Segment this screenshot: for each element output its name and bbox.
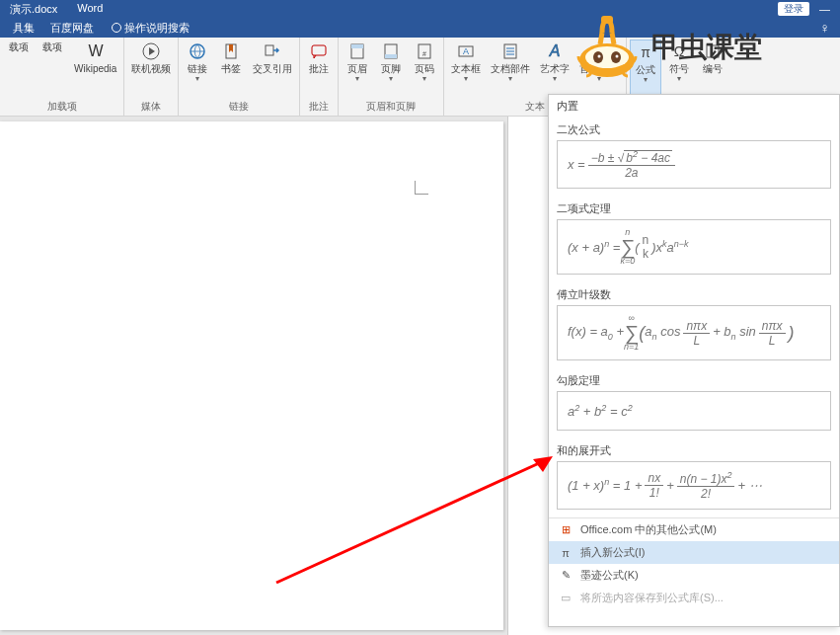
beetle-mascot-icon bbox=[573, 13, 642, 82]
link-icon bbox=[188, 41, 207, 61]
eq-quadratic[interactable]: x = −b ± √b2 − 4ac2a bbox=[557, 140, 831, 189]
group-label-media: 媒体 bbox=[127, 99, 175, 114]
crossref-button[interactable]: 交叉引用 bbox=[249, 40, 296, 99]
eq-section-title: 和的展开式 bbox=[557, 440, 831, 461]
link-button[interactable]: 链接 ▾ bbox=[182, 40, 213, 99]
group-comments: 批注 批注 bbox=[300, 38, 339, 116]
eq-section-title: 傅立叶级数 bbox=[557, 284, 831, 305]
group-label-links: 链接 bbox=[182, 99, 296, 114]
doc-title: 演示.docx bbox=[10, 2, 57, 17]
eq-section-title: 勾股定理 bbox=[557, 370, 831, 391]
eq-section-title: 二次公式 bbox=[557, 119, 831, 140]
watermark-logo: 甲虫课堂 bbox=[573, 5, 829, 89]
online-video-button[interactable]: 联机视频 bbox=[127, 40, 175, 99]
group-label-headerfooter: 页眉和页脚 bbox=[342, 99, 440, 114]
group-header-footer: 页眉 ▾ 页脚 ▾ # 页码 ▾ 页眉和页脚 bbox=[339, 38, 444, 116]
parts-button[interactable]: 文档部件 ▾ bbox=[487, 40, 534, 99]
equation-dropdown-panel: 内置 二次公式 x = −b ± √b2 − 4ac2a 二项式定理 (x + … bbox=[548, 94, 840, 627]
svg-marker-2 bbox=[149, 47, 155, 55]
tab-baidu[interactable]: 百度网盘 bbox=[42, 21, 102, 36]
menu-save-selection: ▭ 将所选内容保存到公式库(S)... bbox=[549, 587, 839, 609]
comment-icon bbox=[309, 41, 329, 61]
group-label-comments: 批注 bbox=[303, 99, 335, 114]
document-page[interactable] bbox=[0, 121, 503, 630]
group-links: 链接 ▾ 书签 交叉引用 链接 bbox=[179, 38, 300, 116]
crossref-icon bbox=[263, 41, 282, 61]
svg-text:A: A bbox=[463, 46, 469, 56]
eq-pythagorean[interactable]: a2 + b2 = c2 bbox=[557, 391, 831, 431]
tab-toolset[interactable]: 具集 bbox=[5, 21, 42, 36]
bookmark-icon bbox=[221, 41, 241, 61]
eq-section-title: 二项式定理 bbox=[557, 198, 831, 219]
svg-rect-33 bbox=[601, 16, 613, 24]
eq-menu-footer: ⊞ Office.com 中的其他公式(M) π 插入新公式(I) ✎ 墨迹公式… bbox=[549, 517, 839, 609]
addin-button-2[interactable]: 载项 bbox=[37, 40, 68, 99]
eq-binomial[interactable]: (x + a)n = n∑k=0 (nk) xkan−k bbox=[557, 219, 831, 275]
tell-me-search[interactable]: 操作说明搜索 bbox=[112, 21, 190, 36]
footer-button[interactable]: 页脚 ▾ bbox=[375, 40, 407, 99]
chevron-down-icon: ▾ bbox=[508, 74, 512, 83]
textbox-button[interactable]: A 文本框 ▾ bbox=[447, 40, 485, 99]
addin-button-1[interactable]: 载项 bbox=[3, 40, 35, 99]
svg-rect-8 bbox=[351, 44, 363, 48]
group-media: 联机视频 媒体 bbox=[124, 38, 179, 116]
cursor-position bbox=[415, 181, 428, 195]
wikipedia-icon: W bbox=[86, 41, 106, 61]
office-icon: ⊞ bbox=[559, 523, 573, 537]
svg-point-28 bbox=[585, 46, 629, 68]
group-label-addins: 加载项 bbox=[3, 99, 120, 114]
builtin-header: 内置 bbox=[549, 95, 839, 118]
watermark-text: 甲虫课堂 bbox=[651, 29, 762, 66]
chevron-down-icon: ▾ bbox=[389, 74, 393, 83]
header-button[interactable]: 页眉 ▾ bbox=[342, 40, 373, 99]
svg-text:#: # bbox=[422, 50, 426, 57]
wikipedia-button[interactable]: W Wikipedia bbox=[70, 40, 120, 99]
eq-fourier[interactable]: f(x) = a0 + ∞∑n=1 ( an cosnπxL + bn sinn… bbox=[557, 305, 831, 360]
chevron-down-icon: ▾ bbox=[464, 74, 468, 83]
app-name: Word bbox=[77, 2, 103, 17]
menu-office-more[interactable]: ⊞ Office.com 中的其他公式(M) bbox=[549, 518, 839, 541]
svg-point-31 bbox=[598, 54, 601, 57]
chevron-down-icon: ▾ bbox=[553, 74, 557, 83]
chevron-down-icon: ▾ bbox=[355, 74, 359, 83]
eq-expansion[interactable]: (1 + x)n = 1 + nx1! + n(n − 1)x22! + ⋯ bbox=[557, 461, 831, 510]
document-area bbox=[0, 117, 508, 635]
textbox-icon: A bbox=[456, 41, 476, 61]
svg-rect-5 bbox=[266, 45, 273, 55]
parts-icon bbox=[500, 41, 520, 61]
menu-insert-new-equation[interactable]: π 插入新公式(I) bbox=[549, 541, 839, 564]
comment-button[interactable]: 批注 bbox=[303, 40, 335, 99]
bulb-icon bbox=[112, 23, 121, 33]
bookmark-button[interactable]: 书签 bbox=[215, 40, 247, 99]
pen-icon: ✎ bbox=[559, 569, 573, 583]
pagenum-icon: # bbox=[415, 41, 434, 61]
svg-text:W: W bbox=[88, 42, 104, 59]
svg-rect-6 bbox=[312, 45, 326, 55]
footer-icon bbox=[381, 41, 401, 61]
svg-rect-10 bbox=[385, 54, 397, 58]
menu-ink-equation[interactable]: ✎ 墨迹公式(K) bbox=[549, 564, 839, 587]
video-icon bbox=[141, 41, 161, 61]
svg-point-32 bbox=[616, 54, 619, 57]
wordart-button[interactable]: A 艺术字 ▾ bbox=[536, 40, 573, 99]
pi-icon: π bbox=[559, 546, 573, 560]
group-addins: 载项 载项 W Wikipedia 加载项 bbox=[0, 38, 124, 116]
wordart-icon: A bbox=[545, 41, 565, 61]
svg-text:A: A bbox=[549, 42, 561, 59]
pagenum-button[interactable]: # 页码 ▾ bbox=[409, 40, 440, 99]
chevron-down-icon: ▾ bbox=[422, 74, 426, 83]
chevron-down-icon: ▾ bbox=[195, 74, 199, 83]
save-icon: ▭ bbox=[559, 592, 573, 605]
header-icon bbox=[347, 41, 367, 61]
